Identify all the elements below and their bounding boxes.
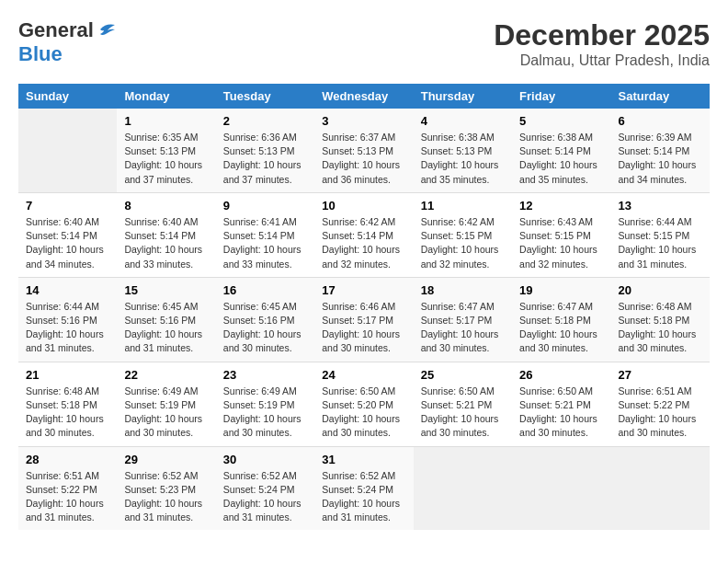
day-number: 22 xyxy=(124,368,208,382)
day-info: Sunrise: 6:52 AMSunset: 5:24 PMDaylight:… xyxy=(223,469,307,525)
day-number: 8 xyxy=(124,199,208,213)
day-info: Sunrise: 6:49 AMSunset: 5:19 PMDaylight:… xyxy=(223,385,307,441)
calendar-cell: 2Sunrise: 6:36 AMSunset: 5:13 PMDaylight… xyxy=(216,109,314,192)
day-number: 4 xyxy=(421,114,505,128)
calendar-cell: 23Sunrise: 6:49 AMSunset: 5:19 PMDayligh… xyxy=(216,362,314,446)
day-info: Sunrise: 6:38 AMSunset: 5:14 PMDaylight:… xyxy=(519,131,603,187)
month-title: December 2025 xyxy=(494,18,710,52)
day-number: 2 xyxy=(223,114,307,128)
calendar-week-row: 28Sunrise: 6:51 AMSunset: 5:22 PMDayligh… xyxy=(18,446,710,530)
day-info: Sunrise: 6:52 AMSunset: 5:23 PMDaylight:… xyxy=(124,469,208,525)
day-number: 26 xyxy=(519,368,603,382)
day-info: Sunrise: 6:37 AMSunset: 5:13 PMDaylight:… xyxy=(322,131,405,187)
day-info: Sunrise: 6:39 AMSunset: 5:14 PMDaylight:… xyxy=(619,131,702,187)
column-header-friday: Friday xyxy=(512,84,610,109)
day-info: Sunrise: 6:42 AMSunset: 5:14 PMDaylight:… xyxy=(322,215,405,271)
day-number: 14 xyxy=(26,283,109,297)
calendar-cell: 4Sunrise: 6:38 AMSunset: 5:13 PMDaylight… xyxy=(414,109,512,192)
calendar-cell: 21Sunrise: 6:48 AMSunset: 5:18 PMDayligh… xyxy=(18,362,117,446)
location-text: Dalmau, Uttar Pradesh, India xyxy=(494,52,710,69)
calendar-cell: 26Sunrise: 6:50 AMSunset: 5:21 PMDayligh… xyxy=(512,362,610,446)
day-number: 27 xyxy=(619,368,702,382)
calendar-cell: 8Sunrise: 6:40 AMSunset: 5:14 PMDaylight… xyxy=(117,192,215,277)
calendar-cell: 22Sunrise: 6:49 AMSunset: 5:19 PMDayligh… xyxy=(117,362,215,446)
day-info: Sunrise: 6:42 AMSunset: 5:15 PMDaylight:… xyxy=(421,215,505,271)
day-number: 13 xyxy=(619,199,702,213)
day-info: Sunrise: 6:44 AMSunset: 5:15 PMDaylight:… xyxy=(619,215,702,271)
day-info: Sunrise: 6:48 AMSunset: 5:18 PMDaylight:… xyxy=(26,385,109,441)
day-info: Sunrise: 6:51 AMSunset: 5:22 PMDaylight:… xyxy=(619,385,702,441)
day-number: 20 xyxy=(619,283,702,297)
day-info: Sunrise: 6:47 AMSunset: 5:18 PMDaylight:… xyxy=(519,300,603,356)
day-info: Sunrise: 6:50 AMSunset: 5:21 PMDaylight:… xyxy=(421,385,505,441)
calendar-cell: 13Sunrise: 6:44 AMSunset: 5:15 PMDayligh… xyxy=(611,192,710,277)
title-area: December 2025 Dalmau, Uttar Pradesh, Ind… xyxy=(494,18,710,69)
day-info: Sunrise: 6:46 AMSunset: 5:17 PMDaylight:… xyxy=(322,300,405,356)
calendar-cell: 9Sunrise: 6:41 AMSunset: 5:14 PMDaylight… xyxy=(216,192,314,277)
day-number: 15 xyxy=(124,283,208,297)
column-header-wednesday: Wednesday xyxy=(314,84,413,109)
day-info: Sunrise: 6:45 AMSunset: 5:16 PMDaylight:… xyxy=(124,300,208,356)
day-info: Sunrise: 6:47 AMSunset: 5:17 PMDaylight:… xyxy=(421,300,505,356)
day-number: 17 xyxy=(322,283,405,297)
day-number: 12 xyxy=(519,199,603,213)
day-number: 29 xyxy=(124,453,208,466)
calendar-cell: 6Sunrise: 6:39 AMSunset: 5:14 PMDaylight… xyxy=(611,109,710,192)
page-header: General Blue December 2025 Dalmau, Uttar… xyxy=(18,18,710,69)
calendar-cell: 11Sunrise: 6:42 AMSunset: 5:15 PMDayligh… xyxy=(414,192,512,277)
day-info: Sunrise: 6:51 AMSunset: 5:22 PMDaylight:… xyxy=(26,469,109,525)
day-number: 24 xyxy=(322,368,405,382)
day-number: 16 xyxy=(223,283,307,297)
logo-general-text: General xyxy=(18,18,94,42)
calendar-cell: 19Sunrise: 6:47 AMSunset: 5:18 PMDayligh… xyxy=(512,277,610,362)
logo: General Blue xyxy=(18,18,117,66)
day-info: Sunrise: 6:44 AMSunset: 5:16 PMDaylight:… xyxy=(26,300,109,356)
day-info: Sunrise: 6:36 AMSunset: 5:13 PMDaylight:… xyxy=(223,131,307,187)
calendar-cell: 27Sunrise: 6:51 AMSunset: 5:22 PMDayligh… xyxy=(611,362,710,446)
calendar-cell: 20Sunrise: 6:48 AMSunset: 5:18 PMDayligh… xyxy=(611,277,710,362)
day-info: Sunrise: 6:43 AMSunset: 5:15 PMDaylight:… xyxy=(519,215,603,271)
calendar-cell: 10Sunrise: 6:42 AMSunset: 5:14 PMDayligh… xyxy=(314,192,413,277)
column-header-thursday: Thursday xyxy=(414,84,512,109)
calendar-cell: 5Sunrise: 6:38 AMSunset: 5:14 PMDaylight… xyxy=(512,109,610,192)
calendar-cell xyxy=(18,109,117,192)
day-info: Sunrise: 6:49 AMSunset: 5:19 PMDaylight:… xyxy=(124,385,208,441)
calendar-cell: 7Sunrise: 6:40 AMSunset: 5:14 PMDaylight… xyxy=(18,192,117,277)
calendar-week-row: 14Sunrise: 6:44 AMSunset: 5:16 PMDayligh… xyxy=(18,277,710,362)
logo-bird-icon xyxy=(97,21,117,38)
day-number: 30 xyxy=(223,453,307,466)
column-header-saturday: Saturday xyxy=(611,84,710,109)
calendar-cell xyxy=(611,446,710,530)
day-number: 10 xyxy=(322,199,405,213)
day-info: Sunrise: 6:40 AMSunset: 5:14 PMDaylight:… xyxy=(26,215,109,271)
day-info: Sunrise: 6:35 AMSunset: 5:13 PMDaylight:… xyxy=(124,131,208,187)
day-number: 25 xyxy=(421,368,505,382)
calendar-cell: 17Sunrise: 6:46 AMSunset: 5:17 PMDayligh… xyxy=(314,277,413,362)
day-number: 6 xyxy=(619,114,702,128)
calendar-cell: 1Sunrise: 6:35 AMSunset: 5:13 PMDaylight… xyxy=(117,109,215,192)
day-info: Sunrise: 6:45 AMSunset: 5:16 PMDaylight:… xyxy=(223,300,307,356)
day-number: 5 xyxy=(519,114,603,128)
day-number: 3 xyxy=(322,114,405,128)
day-number: 18 xyxy=(421,283,505,297)
day-info: Sunrise: 6:48 AMSunset: 5:18 PMDaylight:… xyxy=(619,300,702,356)
day-number: 11 xyxy=(421,199,505,213)
calendar-week-row: 7Sunrise: 6:40 AMSunset: 5:14 PMDaylight… xyxy=(18,192,710,277)
calendar-cell xyxy=(414,446,512,530)
calendar-cell: 18Sunrise: 6:47 AMSunset: 5:17 PMDayligh… xyxy=(414,277,512,362)
column-header-monday: Monday xyxy=(117,84,215,109)
calendar-cell: 3Sunrise: 6:37 AMSunset: 5:13 PMDaylight… xyxy=(314,109,413,192)
day-info: Sunrise: 6:41 AMSunset: 5:14 PMDaylight:… xyxy=(223,215,307,271)
calendar-cell: 16Sunrise: 6:45 AMSunset: 5:16 PMDayligh… xyxy=(216,277,314,362)
day-number: 9 xyxy=(223,199,307,213)
calendar-cell: 31Sunrise: 6:52 AMSunset: 5:24 PMDayligh… xyxy=(314,446,413,530)
day-info: Sunrise: 6:40 AMSunset: 5:14 PMDaylight:… xyxy=(124,215,208,271)
day-number: 31 xyxy=(322,453,405,466)
column-header-tuesday: Tuesday xyxy=(216,84,314,109)
day-number: 7 xyxy=(26,199,109,213)
calendar-cell: 12Sunrise: 6:43 AMSunset: 5:15 PMDayligh… xyxy=(512,192,610,277)
calendar-week-row: 1Sunrise: 6:35 AMSunset: 5:13 PMDaylight… xyxy=(18,109,710,192)
calendar-week-row: 21Sunrise: 6:48 AMSunset: 5:18 PMDayligh… xyxy=(18,362,710,446)
calendar-cell: 29Sunrise: 6:52 AMSunset: 5:23 PMDayligh… xyxy=(117,446,215,530)
day-info: Sunrise: 6:38 AMSunset: 5:13 PMDaylight:… xyxy=(421,131,505,187)
